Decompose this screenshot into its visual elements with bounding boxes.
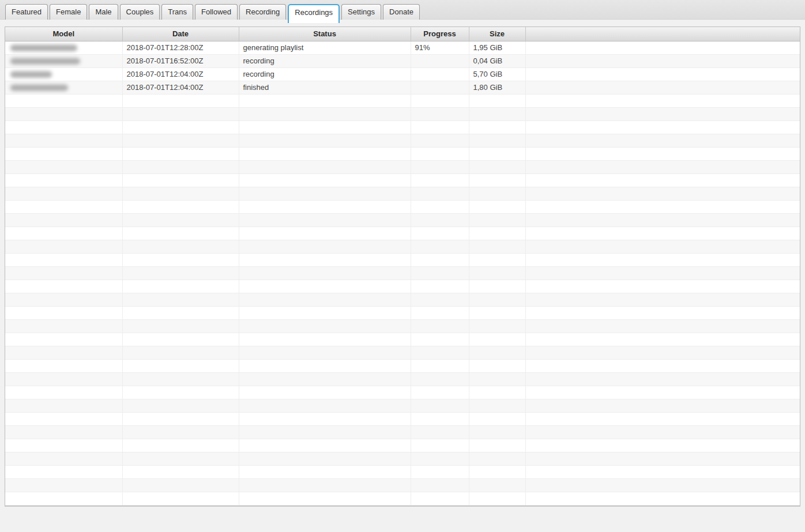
empty-cell [239, 253, 411, 266]
empty-cell [239, 187, 411, 200]
empty-cell [239, 319, 411, 333]
empty-cell [239, 94, 411, 107]
empty-cell [469, 439, 525, 452]
empty-cell [469, 333, 525, 346]
tab-settings[interactable]: Settings [341, 4, 381, 20]
empty-cell [239, 173, 411, 187]
cell-date: 2018-07-01T12:04:00Z [122, 81, 239, 94]
empty-cell [239, 147, 411, 160]
empty-cell [411, 465, 469, 478]
empty-row [5, 412, 800, 425]
empty-cell [5, 478, 122, 492]
column-header-extra[interactable] [525, 27, 800, 41]
tab-male[interactable]: Male [89, 4, 118, 20]
empty-cell [122, 372, 239, 386]
empty-cell [122, 253, 239, 266]
tab-bar: FeaturedFemaleMaleCouplesTransFollowedRe… [0, 0, 805, 20]
empty-cell [5, 134, 122, 147]
column-header-size[interactable]: Size [469, 27, 525, 41]
empty-cell [122, 213, 239, 227]
empty-cell [5, 386, 122, 399]
empty-cell [411, 187, 469, 200]
empty-cell [525, 412, 800, 425]
empty-cell [469, 200, 525, 213]
empty-cell [411, 333, 469, 346]
empty-row [5, 492, 800, 505]
empty-row [5, 280, 800, 293]
recording-row[interactable]: 2018-07-01T12:28:00Zgenerating playlist9… [5, 41, 800, 54]
empty-row [5, 425, 800, 439]
tab-female[interactable]: Female [50, 4, 87, 20]
cell-size: 5,70 GiB [469, 67, 525, 81]
cell-progress [411, 81, 469, 94]
cell-size: 0,04 GiB [469, 54, 525, 67]
empty-cell [122, 319, 239, 333]
empty-cell [122, 452, 239, 465]
empty-cell [411, 359, 469, 372]
cell-status: generating playlist [239, 41, 411, 54]
empty-cell [469, 386, 525, 399]
tab-followed[interactable]: Followed [195, 4, 238, 20]
empty-cell [239, 386, 411, 399]
empty-cell [239, 213, 411, 227]
tab-recordings[interactable]: Recordings [288, 4, 340, 23]
cell-date: 2018-07-01T12:28:00Z [122, 41, 239, 54]
empty-cell [469, 452, 525, 465]
empty-cell [5, 492, 122, 505]
empty-cell [469, 253, 525, 266]
tab-trans[interactable]: Trans [161, 4, 193, 20]
empty-cell [122, 134, 239, 147]
empty-cell [469, 319, 525, 333]
empty-cell [239, 439, 411, 452]
empty-cell [469, 280, 525, 293]
empty-cell [239, 465, 411, 478]
empty-cell [411, 452, 469, 465]
empty-cell [469, 134, 525, 147]
empty-cell [5, 346, 122, 359]
recording-row[interactable]: 2018-07-01T12:04:00Zrecording5,70 GiB [5, 67, 800, 81]
recording-row[interactable]: 2018-07-01T12:04:00Zfinished1,80 GiB [5, 81, 800, 94]
empty-row [5, 253, 800, 266]
empty-cell [411, 107, 469, 120]
empty-cell [411, 134, 469, 147]
column-header-progress[interactable]: Progress [411, 27, 469, 41]
empty-cell [411, 240, 469, 253]
tab-couples[interactable]: Couples [120, 4, 160, 20]
empty-cell [469, 107, 525, 120]
empty-cell [239, 372, 411, 386]
cell-model [5, 81, 122, 94]
empty-cell [122, 173, 239, 187]
column-header-status[interactable]: Status [239, 27, 411, 41]
recording-row[interactable]: 2018-07-01T16:52:00Zrecording0,04 GiB [5, 54, 800, 67]
empty-cell [239, 280, 411, 293]
empty-cell [469, 359, 525, 372]
empty-cell [5, 94, 122, 107]
empty-cell [239, 107, 411, 120]
empty-cell [239, 160, 411, 173]
empty-cell [5, 107, 122, 120]
tab-donate[interactable]: Donate [383, 4, 420, 20]
empty-row [5, 227, 800, 240]
empty-cell [411, 227, 469, 240]
empty-cell [525, 240, 800, 253]
empty-cell [5, 120, 122, 134]
empty-cell [5, 372, 122, 386]
empty-cell [239, 359, 411, 372]
empty-cell [469, 187, 525, 200]
empty-row [5, 346, 800, 359]
empty-cell [525, 319, 800, 333]
empty-row [5, 399, 800, 412]
empty-cell [525, 173, 800, 187]
empty-cell [411, 94, 469, 107]
model-name-redacted [10, 58, 80, 65]
tab-recording[interactable]: Recording [239, 4, 286, 20]
tab-featured[interactable]: Featured [5, 4, 48, 20]
cell-date: 2018-07-01T16:52:00Z [122, 54, 239, 67]
empty-cell [525, 346, 800, 359]
empty-cell [5, 213, 122, 227]
column-header-model[interactable]: Model [5, 27, 122, 41]
empty-row [5, 293, 800, 306]
empty-cell [5, 160, 122, 173]
column-header-date[interactable]: Date [122, 27, 239, 41]
empty-cell [239, 346, 411, 359]
